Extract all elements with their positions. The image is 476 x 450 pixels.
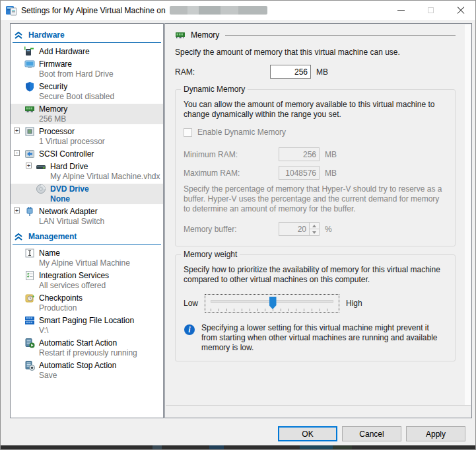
vertical-scrollbar[interactable] [465, 24, 471, 405]
item-sublabel: Save [39, 371, 163, 381]
item-label: Memory [39, 104, 163, 114]
info-icon: i [184, 324, 195, 335]
close-button[interactable] [446, 1, 475, 20]
ram-unit: MB [316, 67, 328, 77]
sidebar-item-network-adapter[interactable]: + Network Adapter LAN Virtual Switch [11, 206, 163, 227]
item-sublabel: Boot from Hard Drive [39, 69, 163, 79]
memory-icon [175, 30, 186, 40]
expander-icon[interactable]: + [14, 207, 20, 213]
redacted-hostname [170, 6, 267, 15]
item-sublabel: Secure Boot disabled [39, 92, 163, 102]
checkbox-icon [184, 128, 192, 137]
item-label: DVD Drive [50, 184, 163, 194]
item-sublabel: 1 Virtual processor [39, 137, 163, 147]
header-rule [225, 35, 456, 36]
sidebar-item-firmware[interactable]: Firmware Boot from Hard Drive [11, 59, 163, 79]
sidebar-item-add-hardware[interactable]: Add Hardware [11, 46, 163, 57]
item-sublabel: My Alpine Virtual Machine.vhdx [50, 172, 163, 182]
add-hardware-icon [24, 46, 35, 57]
item-label: Processor [39, 126, 163, 137]
cancel-button[interactable]: Cancel [342, 426, 401, 441]
minimize-icon [397, 10, 405, 11]
item-label: Smart Paging File Location [39, 315, 163, 326]
expander-icon[interactable]: - [14, 150, 20, 156]
name-icon [24, 248, 35, 258]
memory-buffer-label: Memory buffer: [184, 225, 279, 234]
sidebar-item-automatic-stop-action[interactable]: Automatic Stop Action Save [11, 360, 163, 381]
enable-dynamic-memory-checkbox: Enable Dynamic Memory [184, 128, 447, 137]
section-header-management[interactable]: Management [13, 231, 161, 244]
item-sublabel: V:\ [39, 326, 163, 336]
memory-buffer-desc: Specify the percentage of memory that Hy… [184, 184, 447, 214]
item-sublabel: All services offered [39, 281, 163, 291]
collapse-chevron-icon [15, 32, 22, 39]
sidebar-item-smart-paging-file-location[interactable]: Smart Paging File Location V:\ [11, 315, 163, 336]
sidebar-item-integration-services[interactable]: Integration Services All services offere… [11, 270, 163, 291]
sidebar-item-dvd-drive[interactable]: DVD Drive None [11, 184, 163, 204]
minimum-ram-input [279, 147, 320, 161]
minimize-button[interactable] [386, 1, 416, 20]
integration-services-icon [24, 270, 35, 281]
expander-icon[interactable]: + [14, 128, 20, 133]
item-label: Automatic Stop Action [39, 360, 163, 371]
smart-paging-icon [24, 315, 35, 326]
group-title: Memory weight [181, 250, 240, 259]
spinner-buttons [309, 223, 319, 235]
memory-weight-note: Specifying a lower setting for this virt… [201, 323, 447, 353]
sidebar-item-name[interactable]: Name My Alpine Virtual Machine [11, 248, 163, 268]
checkbox-label: Enable Dynamic Memory [197, 128, 286, 137]
section-label-hardware: Hardware [28, 30, 65, 40]
ram-input[interactable] [270, 65, 311, 79]
item-label: Hard Drive [50, 161, 163, 172]
memory-icon [24, 104, 35, 114]
memory-weight-slider[interactable] [205, 294, 339, 313]
horizontal-scrollbar [166, 405, 471, 417]
maximum-ram-label: Maximum RAM: [184, 169, 279, 178]
maximum-ram-input [279, 166, 320, 180]
network-adapter-icon [24, 206, 35, 217]
maximum-ram-unit: MB [325, 169, 337, 178]
taskbar-sliver [1, 445, 475, 449]
sidebar-item-scsi-controller[interactable]: - SCSI Controller [11, 149, 163, 159]
memory-weight-desc: Specify how to prioritize the availabili… [184, 265, 447, 285]
hard-drive-icon [36, 161, 46, 172]
close-icon [457, 7, 465, 15]
title-bar: Settings for My Alpine Virtual Machine o… [1, 1, 475, 20]
memory-weight-slider-thumb[interactable] [269, 297, 277, 309]
memory-weight-group: Memory weight Specify how to prioritize … [175, 254, 456, 361]
maximize-button [416, 1, 446, 20]
processor-icon [24, 126, 35, 137]
apply-button[interactable]: Apply [406, 426, 465, 441]
security-shield-icon [24, 81, 35, 92]
minimum-ram-unit: MB [325, 150, 337, 159]
minimum-ram-label: Minimum RAM: [184, 150, 279, 159]
slider-high-label: High [346, 299, 362, 308]
dynamic-memory-desc: You can allow the amount of memory avail… [184, 100, 447, 120]
slider-ticks [211, 309, 335, 311]
ok-button[interactable]: OK [278, 426, 337, 441]
sidebar-item-security[interactable]: Security Secure Boot disabled [11, 81, 163, 102]
sidebar-item-memory[interactable]: Memory 256 MB [11, 104, 163, 124]
collapse-chevron-icon [15, 233, 22, 241]
maximize-icon [428, 7, 434, 13]
section-label-management: Management [28, 232, 77, 241]
item-label: SCSI Controller [39, 149, 163, 159]
item-sublabel: Restart if previously running [39, 348, 163, 358]
firmware-icon [24, 59, 35, 69]
settings-nav-list: Hardware Add Hardware Firmware Boot from… [10, 23, 164, 418]
item-sublabel: My Alpine Virtual Machine [39, 258, 163, 268]
dynamic-memory-group: Dynamic Memory You can allow the amount … [175, 89, 456, 246]
scsi-controller-icon [24, 149, 35, 159]
item-sublabel: LAN Virtual Switch [39, 217, 163, 227]
item-label: Network Adapter [39, 206, 163, 217]
sidebar-item-processor[interactable]: + Processor 1 Virtual processor [11, 126, 163, 147]
memory-buffer-unit: % [325, 225, 332, 234]
item-sublabel: 256 MB [39, 114, 163, 124]
section-header-hardware[interactable]: Hardware [13, 30, 161, 43]
sidebar-item-hard-drive[interactable]: + Hard Drive My Alpine Virtual Machine.v… [11, 161, 163, 182]
sidebar-item-automatic-start-action[interactable]: Automatic Start Action Restart if previo… [11, 338, 163, 358]
automatic-stop-icon [24, 360, 35, 371]
item-label: Name [39, 248, 163, 258]
sidebar-item-checkpoints[interactable]: Checkpoints Production [11, 293, 163, 313]
expander-icon[interactable]: + [26, 163, 32, 169]
